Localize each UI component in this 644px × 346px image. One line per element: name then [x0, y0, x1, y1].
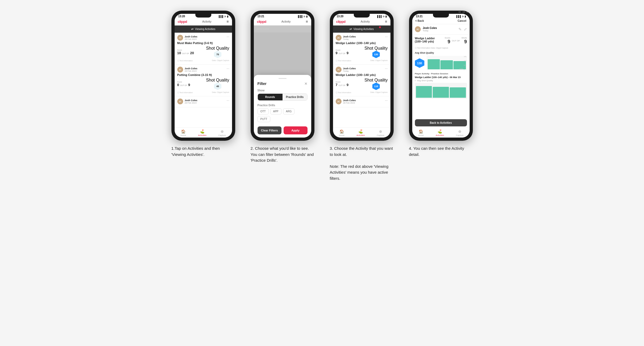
time-4: 13:21 — [416, 15, 423, 18]
nav-capture-label-1: Capture — [218, 134, 226, 136]
score-block-1-2: Score 0 OUT OF 9 — [177, 81, 190, 87]
footer-left-1-1: ⓘ Test Information — [177, 59, 193, 62]
phone-inner-2: 13:21 ▐▐▐ ⊃ ▮ clippd Activity ≡ J — [254, 14, 311, 138]
nav-capture-1[interactable]: ⊕ Capture — [218, 129, 226, 136]
filter-header: Filter ✕ — [258, 82, 308, 86]
nav-capture-4[interactable]: ⊕ Capture — [456, 129, 464, 136]
card-footer-3-2: ⓘ Test Information Data: Clippd Capture — [336, 91, 388, 94]
three-dots-1-1[interactable]: ··· — [226, 35, 229, 39]
expand-icon[interactable]: ⤢ — [464, 27, 467, 31]
user-date-1-2: 28 Feb 2023 — [185, 70, 197, 72]
capture-icon-1: ⊕ — [221, 129, 224, 134]
sq-hex-3-2: 118 — [372, 83, 380, 90]
drill-arg[interactable]: ARG — [283, 108, 295, 114]
card-footer-1-2: ⓘ Test Information Data: Clippd Capture — [177, 91, 229, 94]
activity-card-3-3[interactable]: JC Josh Coles 28 Feb 2023 ··· — [333, 96, 390, 107]
detail-action-icons: ✎ ⤢ — [458, 27, 467, 31]
drill-ott[interactable]: OTT — [258, 108, 269, 114]
phones-row: 13:20 ▐▐▐ ⊃ ▮ clippd Activity ≡ ⇌ Viewin… — [167, 11, 477, 181]
card-user-1-1: JC Josh Coles 28 Feb 2023 — [177, 35, 197, 41]
user-date-3-2: Today — [343, 70, 356, 72]
card-title-3-1: Wedge Ladder (100–140 yds) — [336, 41, 388, 45]
back-button[interactable]: < Back — [415, 19, 424, 22]
session-bar-1 — [416, 86, 432, 98]
signal-bars-2: ▐▐▐ — [297, 15, 302, 18]
nav-activities-3[interactable]: ⛳ Activities — [356, 129, 365, 136]
session-bar-2 — [433, 87, 449, 98]
home-icon-1: 🏠 — [181, 129, 186, 134]
activity-card-3-2[interactable]: JC Josh Coles Today ··· Wedge Ladder (10… — [333, 65, 390, 96]
clear-filters-button[interactable]: Clear Filters — [258, 126, 281, 134]
user-info-1-3: Josh Coles 28 Feb 2023 — [185, 99, 197, 104]
time-3: 13:20 — [337, 15, 344, 18]
menu-icon-3[interactable]: ≡ — [385, 19, 387, 24]
nav-capture-3[interactable]: ⊕ Capture — [377, 129, 384, 136]
viewing-bar-1[interactable]: ⇌ Viewing Activities — [175, 25, 232, 33]
bottom-nav-4: 🏠 Home ⛳ Activities ⊕ Capture — [412, 127, 470, 138]
three-dots-1-2[interactable]: ··· — [226, 67, 229, 70]
score-label-3-1: Score — [336, 49, 349, 51]
score-block-1-1: Score 10 OUT OF 20 — [177, 49, 194, 55]
three-dots-3-1[interactable]: ··· — [385, 35, 388, 39]
chart-axis: 140 100 50 0 — [464, 56, 466, 70]
red-dot-3 — [379, 26, 381, 28]
nav-home-1[interactable]: 🏠 Home — [180, 129, 186, 136]
sq-label-3-1: Shot Quality — [364, 46, 388, 51]
shots-val-3-1: 9 — [347, 51, 348, 55]
out-of-1-2: OUT OF — [180, 84, 187, 86]
menu-icon-1[interactable]: ≡ — [226, 19, 229, 24]
cancel-button[interactable]: Cancel — [458, 19, 466, 22]
header-title-1: Activity — [202, 20, 212, 23]
app-header-3: clippd Activity ≡ — [333, 18, 390, 25]
activity-card-1-2[interactable]: JC Josh Coles 28 Feb 2023 ··· Putting Co… — [175, 65, 232, 96]
score-val-3-1: 9 — [336, 51, 338, 55]
app-header-1: clippd Activity ≡ — [175, 18, 232, 25]
notch-4 — [433, 14, 449, 18]
card-header-1-1: JC Josh Coles 28 Feb 2023 ··· — [177, 35, 229, 41]
user-name-1-2: Josh Coles — [185, 67, 197, 70]
nav-activities-4[interactable]: ⛳ Activities — [436, 129, 444, 136]
activity-card-3-1[interactable]: JC Josh Coles Today ··· Wedge Ladder (10… — [333, 33, 390, 65]
nav-home-label-1: Home — [180, 134, 186, 136]
card-header-3-3: JC Josh Coles 28 Feb 2023 ··· — [336, 99, 388, 104]
drill-app[interactable]: APP — [270, 108, 281, 114]
menu-icon-2[interactable]: ≡ — [306, 19, 308, 24]
sq-label-1-1: Shot Quality — [206, 46, 229, 51]
user-name-1-3: Josh Coles — [185, 99, 197, 102]
user-name-1-1: Josh Coles — [185, 35, 197, 38]
three-dots-3-3[interactable]: ··· — [385, 99, 388, 102]
apply-button[interactable]: Apply — [284, 126, 308, 134]
activity-card-1-1[interactable]: JC Josh Coles 28 Feb 2023 ··· Must Make … — [175, 33, 232, 65]
user-date-1-1: 28 Feb 2023 — [185, 38, 197, 40]
nav-home-3[interactable]: 🏠 Home — [339, 129, 344, 136]
nav-home-4[interactable]: 🏠 Home — [418, 129, 424, 136]
card-user-1-3: JC Josh Coles 28 Feb 2023 — [177, 99, 197, 104]
three-dots-3-2[interactable]: ··· — [385, 67, 388, 70]
score-val-3-2: 7 — [336, 83, 338, 87]
nav-activities-1[interactable]: ⛳ Activities — [198, 129, 207, 136]
rounds-toggle[interactable]: Rounds — [258, 94, 283, 100]
wifi-icon: ⊃ — [224, 15, 226, 18]
avatar-3-2: JC — [336, 67, 342, 72]
filter-overlay: Filter ✕ Show Rounds Practice Drills Pra… — [254, 75, 311, 138]
activity-card-1-3[interactable]: JC Josh Coles 28 Feb 2023 ··· — [175, 96, 232, 107]
caption-2: 2. Choose what you'd like to see. You ca… — [251, 146, 314, 164]
drill-putt[interactable]: PUTT — [258, 116, 270, 122]
peek-user-2: Josh Coles — [256, 28, 309, 30]
practice-drills-toggle[interactable]: Practice Drills — [283, 94, 307, 100]
three-dots-1-3[interactable]: ··· — [226, 99, 229, 102]
score-label-1-1: Score — [177, 49, 194, 51]
footer-right-1-1: Data: Clippd Capture — [212, 59, 229, 62]
shots-val-1-1: 20 — [190, 51, 194, 55]
viewing-bar-3[interactable]: ⇌ Viewing Activities — [333, 25, 390, 33]
detail-body: Wedge Ladder (100–140 yds) Score 9 OUT O… — [412, 35, 470, 118]
filter-close-icon[interactable]: ✕ — [304, 82, 308, 86]
filter-toggle-row: Rounds Practice Drills — [258, 93, 308, 101]
edit-icon[interactable]: ✎ — [458, 27, 462, 31]
user-date-3-1: Today — [343, 38, 356, 40]
back-activities-button[interactable]: Back to Activities — [415, 119, 467, 126]
signal-icons-4: ▐▐▐ ⊃ ▮ — [456, 15, 466, 18]
notch-1 — [195, 14, 211, 18]
user-name-3-3: Josh Coles — [343, 99, 356, 102]
battery-icon-2: ▮ — [306, 15, 308, 18]
